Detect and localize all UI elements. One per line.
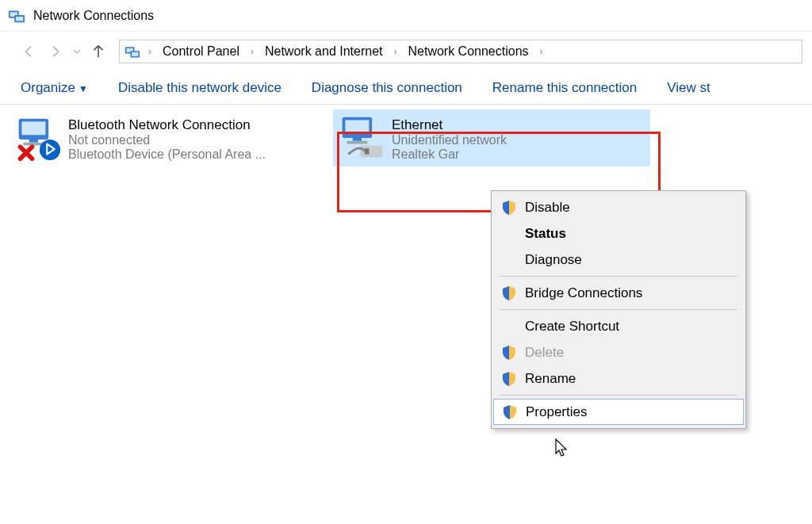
menu-item-diagnose[interactable]: Diagnose: [493, 247, 744, 273]
menu-label: Properties: [526, 404, 587, 420]
svg-rect-9: [21, 121, 45, 135]
menu-separator: [500, 309, 737, 310]
breadcrumb-item[interactable]: Network Connections: [404, 44, 531, 59]
menu-item-properties[interactable]: Properties: [493, 399, 744, 425]
svg-rect-16: [347, 141, 367, 144]
diagnose-connection-link[interactable]: Diagnose this connection: [312, 80, 462, 96]
shield-icon: [501, 285, 517, 301]
connections-list: Bluetooth Network Connection Not connect…: [0, 105, 812, 171]
bluetooth-connection-icon: [14, 114, 62, 162]
bc-sep: ›: [535, 46, 548, 57]
connection-status: Not connected: [68, 133, 266, 147]
menu-label: Rename: [525, 371, 576, 387]
menu-item-bridge[interactable]: Bridge Connections: [493, 280, 744, 306]
breadcrumb-item[interactable]: Network and Internet: [262, 44, 386, 59]
blank-icon: [501, 252, 517, 268]
menu-label: Disable: [525, 200, 570, 216]
connection-item-bluetooth[interactable]: Bluetooth Network Connection Not connect…: [10, 109, 327, 166]
up-button[interactable]: [87, 40, 109, 63]
rename-connection-link[interactable]: Rename this connection: [492, 80, 637, 96]
svg-rect-7: [132, 52, 138, 56]
svg-rect-10: [29, 140, 38, 143]
menu-item-status[interactable]: Status: [493, 220, 744, 247]
recent-dropdown[interactable]: [71, 40, 82, 63]
connection-name: Bluetooth Network Connection: [68, 117, 266, 133]
view-status-link[interactable]: View st: [667, 80, 710, 96]
disable-device-link[interactable]: Disable this network device: [118, 80, 282, 96]
network-connections-icon: [8, 7, 25, 25]
bc-sep: ›: [144, 46, 156, 57]
connection-device: Bluetooth Device (Personal Area ...: [68, 147, 266, 162]
back-button[interactable]: [17, 40, 40, 63]
ethernet-connection-icon: [338, 114, 385, 162]
connection-status: Unidentified network: [392, 133, 507, 147]
bc-sep: ›: [246, 46, 259, 57]
menu-separator: [500, 395, 737, 396]
shield-icon: [501, 345, 517, 361]
network-connections-icon: [124, 44, 140, 59]
nav-row: › Control Panel › Network and Internet ›…: [0, 32, 812, 71]
connection-name: Ethernet: [392, 117, 507, 133]
menu-item-create-shortcut[interactable]: Create Shortcut: [493, 313, 744, 339]
window-title: Network Connections: [33, 9, 154, 23]
svg-rect-18: [365, 148, 370, 155]
svg-rect-15: [353, 138, 362, 141]
shield-icon: [502, 404, 518, 420]
menu-item-disable[interactable]: Disable: [493, 194, 744, 220]
menu-label: Create Shortcut: [525, 319, 619, 335]
forward-button[interactable]: [44, 40, 67, 63]
context-menu: Disable Status Diagnose Bridge Connectio…: [491, 190, 746, 429]
breadcrumb[interactable]: › Control Panel › Network and Internet ›…: [119, 40, 802, 63]
blank-icon: [501, 319, 517, 335]
organize-menu[interactable]: Organize▼: [21, 80, 88, 96]
menu-separator: [500, 276, 737, 277]
menu-label: Diagnose: [525, 252, 582, 268]
connection-device: Realtek Gar: [392, 147, 507, 162]
menu-label: Delete: [525, 345, 564, 361]
cursor-icon: [555, 438, 571, 459]
connection-item-ethernet[interactable]: Ethernet Unidentified network Realtek Ga…: [333, 109, 650, 166]
svg-rect-14: [345, 120, 369, 134]
blank-icon: [501, 226, 517, 242]
menu-label: Bridge Connections: [525, 285, 642, 301]
menu-item-delete[interactable]: Delete: [493, 339, 744, 365]
title-bar: Network Connections: [0, 0, 812, 32]
shield-icon: [501, 200, 517, 216]
bc-sep: ›: [389, 46, 401, 57]
toolbar: Organize▼ Disable this network device Di…: [0, 71, 812, 105]
shield-icon: [501, 371, 517, 387]
menu-label: Status: [525, 226, 566, 242]
svg-rect-3: [16, 16, 23, 20]
svg-point-12: [40, 140, 60, 160]
breadcrumb-item[interactable]: Control Panel: [159, 44, 243, 59]
menu-item-rename[interactable]: Rename: [493, 365, 744, 392]
organize-label: Organize: [21, 80, 75, 95]
